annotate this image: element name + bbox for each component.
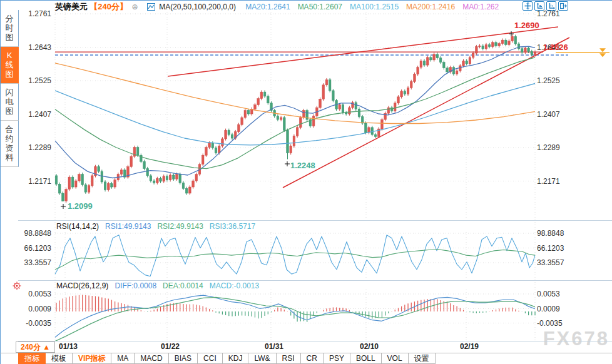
toolbar-tab-13[interactable]: VOL (382, 353, 409, 364)
rsi-title: RSI(14,14,2) (56, 222, 99, 231)
rsi-axis-tick-label: 33.3557 (537, 258, 572, 267)
indicator-value: DIFF:0.0008 (115, 281, 156, 290)
macd-axis-tick-label: 0.0053 (19, 290, 51, 298)
date-label: 02/19 (460, 342, 479, 351)
price-axis-tick-label: 1.2761 (19, 9, 51, 18)
price-annotation: 1.2248 (290, 161, 315, 170)
price-axis-tick-label: 1.2171 (19, 177, 51, 186)
ma-values: MA20:1.2641MA50:1.2607MA100:1.2515MA200:… (238, 3, 499, 11)
date-label: 02/10 (360, 342, 379, 351)
price-axis-tick-label: 1.2289 (19, 143, 51, 152)
indicator-toolbar: 指标模板VIP指标MAMACDBIASCCIKDJLW&RSICRPSYBOLL… (18, 353, 436, 364)
ma-value: MA100:1.2515 (350, 3, 399, 11)
rsi-axis-tick-label: 33.3557 (19, 258, 51, 267)
toolbar-tab-14[interactable]: 设置 (409, 353, 436, 364)
rsi-axis-tick-label: 98.8848 (19, 229, 51, 238)
indicator-value: RSI3:36.5717 (210, 222, 255, 231)
sidebar-item-1[interactable]: K线图 (1, 47, 19, 84)
ma-value: MA0:1.262 (462, 3, 499, 11)
sidebar-item-3[interactable]: 合约资料 (1, 121, 19, 167)
sidebar-item-label: 闪电图 (5, 88, 14, 116)
indicator-value: DEA:0.0014 (163, 281, 203, 290)
toolbar-tab-12[interactable]: BOLL (350, 353, 382, 364)
price-axis-tick-label: 1.2289 (537, 143, 572, 152)
date-label: 01/13 (59, 342, 78, 351)
toolbar-tab-3[interactable]: MA (111, 353, 135, 364)
ma-formula-label: MA(20,50,100,200,0,0) (159, 3, 236, 11)
pan-icon[interactable] (523, 1, 533, 11)
indicator-value: RSI1:49.9143 (105, 222, 151, 231)
toolbar-tab-9[interactable]: RSI (277, 353, 301, 364)
price-axis-tick-label: 1.2761 (537, 9, 572, 18)
macd-axis-tick-label: 0.0009 (537, 305, 572, 313)
toolbar-tab-8[interactable]: LW& (248, 353, 276, 364)
macd-header: MACD(26,12,9)DIFF:0.0008DEA:0.0014MACD:-… (56, 281, 259, 290)
symbol-title: 英镑美元 (55, 2, 88, 11)
price-axis-tick-label: 1.2525 (19, 76, 51, 85)
toolbar-tab-10[interactable]: CR (301, 353, 324, 364)
macd-axis-tick-label: 0.0009 (19, 305, 51, 313)
price-axis-tick-label: 1.2407 (537, 110, 572, 119)
period-cell[interactable]: 240分 ▲ (16, 341, 55, 353)
trading-app: FX678 分时图K线图闪电图合约资料 英镑美元 【240分】 ⊕ MA(20,… (0, 0, 612, 364)
macd-title: MACD(26,12,9) (56, 281, 108, 290)
toolbar-tab-7[interactable]: KDJ (223, 353, 249, 364)
toolbar-tab-4[interactable]: MACD (135, 353, 168, 364)
add-compare-icon[interactable]: ⊕ (131, 3, 138, 11)
macd-axis-tick-label: -0.0035 (19, 319, 51, 328)
toolbar-tab-6[interactable]: CCI (198, 353, 223, 364)
collapse-panel-icon[interactable] (558, 1, 568, 11)
x-axis-icon[interactable] (546, 1, 556, 11)
ma-value: MA20:1.2641 (245, 3, 290, 11)
rsi-axis-tick-label: 66.1203 (537, 244, 572, 253)
price-annotation: 1.2099 (68, 201, 93, 211)
date-label: 01/22 (161, 342, 180, 351)
price-axis-tick-label: 1.2407 (19, 110, 51, 119)
toolbar-tab-0[interactable]: 指标 (18, 353, 46, 364)
chart-header: 英镑美元 【240分】 ⊕ MA(20,50,100,200,0,0) MA20… (55, 1, 499, 10)
panel-separator-1 (18, 220, 612, 221)
macd-axis-tick-label: -0.0035 (537, 319, 572, 328)
ma-value: MA50:1.2607 (298, 3, 342, 11)
toolbar-tab-1[interactable]: 模板 (46, 353, 73, 364)
price-axis-tick-label: 1.2643 (19, 43, 51, 52)
time-axis-row: 240分 ▲ 01/1301/2201/3102/1002/19 (0, 341, 612, 353)
ma-value: MA200:1.2416 (406, 3, 455, 11)
period-selector[interactable]: 【240分】 (89, 2, 128, 11)
chart-tool-icons (523, 1, 568, 11)
sidebar-item-0[interactable]: 分时图 (1, 10, 19, 47)
chart-canvas[interactable] (0, 0, 612, 364)
sidebar-item-2[interactable]: 闪电图 (1, 84, 19, 121)
date-label: 01/31 (265, 342, 283, 351)
line-chart-icon (147, 3, 155, 13)
price-axis-tick-label: 1.2171 (537, 177, 572, 186)
y-axis-icon[interactable] (534, 1, 544, 11)
rsi-header: RSI(14,14,2)RSI1:49.9143RSI2:49.9143RSI3… (56, 222, 255, 231)
price-annotation: 1.2690 (514, 21, 539, 30)
rsi-axis-tick-label: 98.8848 (537, 229, 572, 238)
rsi-axis-tick-label: 66.1203 (19, 244, 51, 253)
sidebar: 分时图K线图闪电图合约资料 (1, 10, 18, 167)
toolbar-tab-5[interactable]: BIAS (169, 353, 198, 364)
indicator-settings-icon[interactable] (13, 281, 21, 293)
indicator-value: MACD:-0.0013 (210, 281, 259, 290)
panel-separator-2 (18, 280, 612, 281)
price-annotation: 1.2626 (543, 43, 568, 52)
indicator-value: RSI2:49.9143 (157, 222, 203, 231)
toolbar-tab-2[interactable]: VIP指标 (73, 353, 111, 364)
toolbar-tab-11[interactable]: PSY (324, 353, 350, 364)
price-axis-tick-label: 1.2525 (537, 76, 572, 85)
sidebar-item-label: 合约资料 (5, 124, 14, 162)
sidebar-item-label: 分时图 (5, 14, 14, 42)
sidebar-item-label: K线图 (5, 51, 14, 79)
macd-axis-tick-label: 0.0053 (537, 290, 572, 298)
